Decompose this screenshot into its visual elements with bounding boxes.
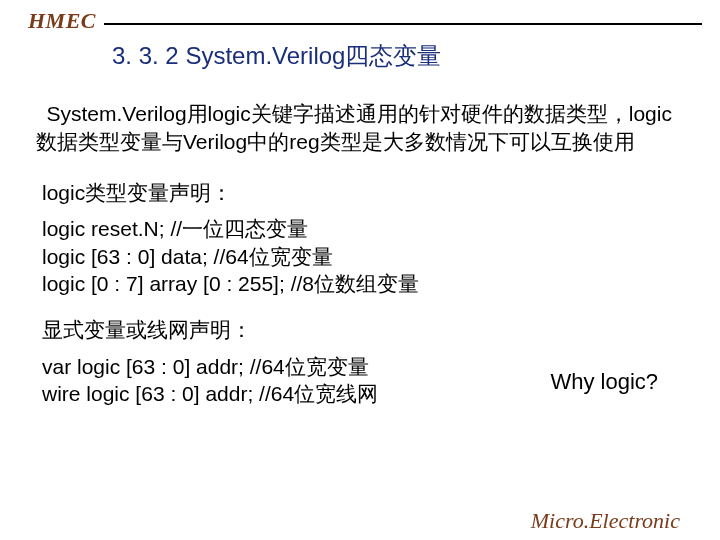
explicit-decl-heading: 显式变量或线网声明： [42,316,684,344]
logic-decl-heading: logic类型变量声明： [42,179,684,207]
code-line: logic [63 : 0] data; //64位宽变量 [42,243,684,271]
slide-title: 3. 3. 2 System.Verilog四态变量 [112,40,720,72]
explicit-row: var logic [63 : 0] addr; //64位宽变量 wire l… [42,353,684,408]
logo-text: HMEC [28,8,96,34]
intro-paragraph: System.Verilog用logic关键字描述通用的针对硬件的数据类型，lo… [36,100,684,157]
intro-text: System.Verilog用logic关键字描述通用的针对硬件的数据类型，lo… [36,102,672,153]
why-logic-callout: Why logic? [550,367,658,397]
footer-brand: Micro.Electronic [531,508,680,534]
code-line: var logic [63 : 0] addr; //64位宽变量 [42,353,378,381]
code-line: logic reset.N; //一位四态变量 [42,215,684,243]
header-divider [104,23,702,25]
logic-decl-code: logic reset.N; //一位四态变量 logic [63 : 0] d… [42,215,684,298]
explicit-decl-code: var logic [63 : 0] addr; //64位宽变量 wire l… [42,353,378,408]
code-line: logic [0 : 7] array [0 : 255]; //8位数组变量 [42,270,684,298]
header: HMEC [0,0,720,34]
slide-body: System.Verilog用logic关键字描述通用的针对硬件的数据类型，lo… [0,72,720,408]
code-line: wire logic [63 : 0] addr; //64位宽线网 [42,380,378,408]
